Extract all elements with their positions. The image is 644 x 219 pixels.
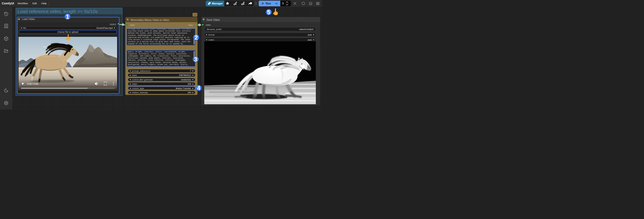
svg-text:0:00 / 0:05: 0:00 / 0:05 [27, 83, 38, 85]
